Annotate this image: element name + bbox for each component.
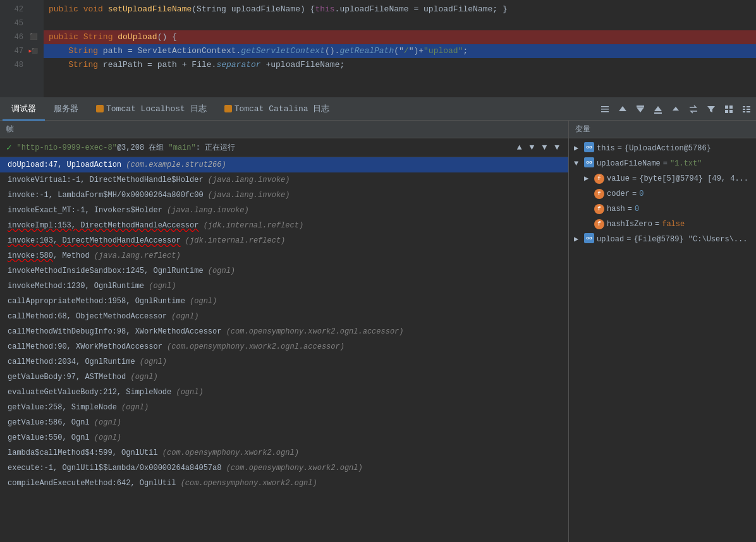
frame-package-14: (ognl) <box>130 373 157 382</box>
frame-item-5[interactable]: invoke:103, DirectMethodHandleAccessor (… <box>0 233 568 248</box>
frame-location-19: lambda$callMethod$4:599, OgnlUtil <box>8 449 158 457</box>
tab-debugger[interactable]: 调试器 <box>3 98 45 121</box>
var-value-coder: 0 <box>639 188 643 200</box>
frame-item-16[interactable]: getValue:258, SimpleNode (ognl) <box>0 400 568 415</box>
vars-list: ▶ oo this = {UploadAction@5786} ▼ oo upl… <box>569 138 756 542</box>
code-line-48: String realPath = path + File.separator … <box>44 58 756 72</box>
frame-item-6[interactable]: invoke:580, Method (java.lang.reflect) <box>0 248 568 263</box>
svg-rect-12 <box>729 110 733 113</box>
frame-item-17[interactable]: getValue:586, Ognl (ognl) <box>0 415 568 430</box>
var-name-this: this <box>597 142 615 155</box>
thread-name: "http-nio-9999-exec-8"@3,208 在组 "main": … <box>16 142 235 153</box>
frame-item-8[interactable]: invokeMethod:1230, OgnlRuntime (ognl) <box>0 279 568 294</box>
var-name-uploadfilename: uploadFileName <box>597 157 661 170</box>
frame-item-20[interactable]: execute:-1, OgnlUtil$$Lambda/0x00000264a… <box>0 461 568 476</box>
line-num-42: 42 <box>0 3 23 16</box>
frame-location-8: invokeMethod:1230, OgnlRuntime <box>8 282 144 291</box>
frame-item-0[interactable]: doUpload:47, UploadAction (com.example.s… <box>0 157 568 172</box>
var-item-upload[interactable]: ▶ oo upload = {File@5789} "C:\Users\... <box>569 232 756 247</box>
frame-item-15[interactable]: evaluateGetValueBody:212, SimpleNode (og… <box>0 385 568 400</box>
frame-item-2[interactable]: invoke:-1, LambdaForm$MH/0x00000264a800f… <box>0 188 568 203</box>
var-item-hash[interactable]: ▶ f hash = 0 <box>579 202 756 217</box>
var-expand-value[interactable]: ▶ <box>584 172 594 185</box>
frame-item-19[interactable]: lambda$callMethod$4:599, OgnlUtil (com.o… <box>0 445 568 461</box>
line-num-45: 45 <box>0 16 23 30</box>
thread-menu-btn[interactable]: ▼ <box>552 142 562 154</box>
frame-item-1[interactable]: invokeVirtual:-1, DirectMethodHandle$Hol… <box>0 172 568 188</box>
var-value-this: {UploadAction@5786} <box>625 142 711 155</box>
toolbar-step-into-btn[interactable] <box>633 102 647 116</box>
svg-rect-11 <box>725 110 728 113</box>
toolbar-up2-btn[interactable] <box>669 102 683 116</box>
toolbar-lines-btn[interactable] <box>598 102 612 116</box>
svg-rect-9 <box>725 105 728 109</box>
svg-rect-18 <box>747 111 750 112</box>
var-icon-hashiszero: f <box>594 219 604 229</box>
frame-item-7[interactable]: invokeMethodInsideSandbox:1245, OgnlRunt… <box>0 263 568 279</box>
toolbar-swap-btn[interactable] <box>686 102 700 116</box>
var-name-value: value <box>607 172 630 185</box>
frame-item-14[interactable]: getValueBody:97, ASTMethod (ognl) <box>0 370 568 385</box>
tab-tomcat-catalina[interactable]: Tomcat Catalina 日志 <box>216 98 339 121</box>
svg-rect-0 <box>601 106 609 107</box>
frame-location-11: callMethodWithDebugInfo:98, XWorkMethodA… <box>8 327 221 336</box>
var-item-this[interactable]: ▶ oo this = {UploadAction@5786} <box>569 141 756 156</box>
frame-item-18[interactable]: getValue:550, Ognl (ognl) <box>0 430 568 445</box>
frame-package-17: (ognl) <box>94 418 121 427</box>
var-value-value: {byte[5]@5794} [49, 4... <box>639 172 748 185</box>
frame-package-20: (com.opensymphony.xwork2.ognl) <box>226 464 363 473</box>
toolbar-step-out-btn[interactable] <box>651 102 665 116</box>
var-expand-upload[interactable]: ▶ <box>574 233 584 246</box>
var-expand-this[interactable]: ▶ <box>574 142 584 155</box>
frame-location-3: invokeExact_MT:-1, Invokers$Holder <box>8 206 162 215</box>
frame-location-0: doUpload:47, UploadAction <box>8 160 121 169</box>
tab-tomcat-localhost[interactable]: Tomcat Localhost 日志 <box>87 98 216 121</box>
var-value-hash: 0 <box>635 203 639 215</box>
frame-item-12[interactable]: callMethod:90, XWorkMethodAccessor (com.… <box>0 339 568 354</box>
frame-item-13[interactable]: callMethod:2034, OgnlRuntime (ognl) <box>0 354 568 370</box>
frame-location-15: evaluateGetValueBody:212, SimpleNode <box>8 388 171 397</box>
frame-item-21[interactable]: compileAndExecuteMethod:642, OgnlUtil (c… <box>0 476 568 491</box>
frame-location-1: invokeVirtual:-1, DirectMethodHandle$Hol… <box>8 176 204 184</box>
var-item-hashiszero[interactable]: ▶ f hashIsZero = false <box>579 217 756 232</box>
var-name-hashiszero: hashIsZero <box>607 218 652 231</box>
thread-filter-btn[interactable]: ▼ <box>539 142 549 154</box>
frames-list[interactable]: doUpload:47, UploadAction (com.example.s… <box>0 157 568 542</box>
frame-package-12: (com.opensymphony.xwork2.ognl.accessor) <box>167 342 344 351</box>
frame-location-14: getValueBody:97, ASTMethod <box>8 373 126 382</box>
var-expand-uploadfilename[interactable]: ▼ <box>574 157 584 170</box>
toolbar-up-btn[interactable] <box>616 102 630 116</box>
tab-server[interactable]: 服务器 <box>45 98 87 121</box>
thread-up-btn[interactable]: ▲ <box>515 142 525 154</box>
frame-item-9[interactable]: callAppropriateMethod:1958, OgnlRuntime … <box>0 294 568 309</box>
svg-marker-3 <box>619 106 626 111</box>
frame-item-10[interactable]: callMethod:68, ObjectMethodAccessor (ogn… <box>0 309 568 324</box>
frame-item-11[interactable]: callMethodWithDebugInfo:98, XWorkMethodA… <box>0 324 568 339</box>
code-line-47: String path = ServletActionContext.getSe… <box>44 44 756 58</box>
tomcat-catalina-icon <box>224 105 232 112</box>
toolbar-list-btn[interactable] <box>740 102 753 116</box>
thread-row[interactable]: ✓ "http-nio-9999-exec-8"@3,208 在组 "main"… <box>0 138 568 157</box>
var-item-value[interactable]: ▶ f value = {byte[5]@5794} [49, 4... <box>579 171 756 186</box>
frame-package-4: (jdk.internal.reflect) <box>204 221 303 230</box>
gutter-48 <box>28 58 39 72</box>
frame-package-7: (ognl) <box>208 267 235 275</box>
gutter-47: ▶⬛ <box>28 44 39 58</box>
gutter-46: ⬛ <box>28 30 39 44</box>
frame-package-5: (jdk.internal.reflect) <box>185 236 285 245</box>
thread-down-btn[interactable]: ▼ <box>527 142 537 154</box>
var-icon-this: oo <box>584 142 594 152</box>
toolbar-filter-btn[interactable] <box>704 102 718 116</box>
var-item-uploadfilename[interactable]: ▼ oo uploadFileName = "1.txt" <box>569 156 756 171</box>
toolbar-grid-btn[interactable] <box>722 102 736 116</box>
frame-item-4[interactable]: invokeImpl:153, DirectMethodHandleAccess… <box>0 218 568 233</box>
frame-package-9: (ognl) <box>190 297 217 306</box>
frame-location-10: callMethod:68, ObjectMethodAccessor <box>8 312 167 321</box>
variables-panel: 变量 ▶ oo this = {UploadAction@5786} ▼ oo … <box>569 121 756 542</box>
var-icon-uploadfilename: oo <box>584 157 594 167</box>
frame-item-3[interactable]: invokeExact_MT:-1, Invokers$Holder (java… <box>0 203 568 218</box>
debug-content: 帧 ✓ "http-nio-9999-exec-8"@3,208 在组 "mai… <box>0 121 756 542</box>
frames-panel: 帧 ✓ "http-nio-9999-exec-8"@3,208 在组 "mai… <box>0 121 569 542</box>
svg-rect-1 <box>601 109 609 110</box>
var-item-coder[interactable]: ▶ f coder = 0 <box>579 186 756 202</box>
